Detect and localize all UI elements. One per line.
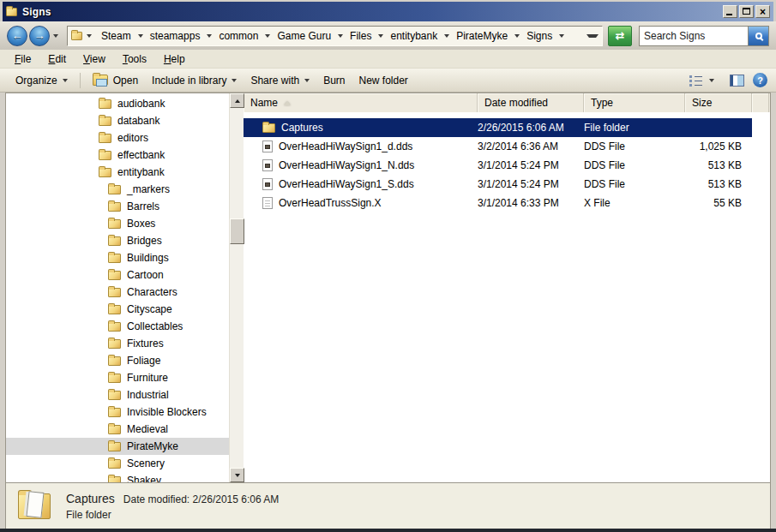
tree-scrollbar[interactable] [229, 93, 244, 482]
minimize-icon [726, 14, 732, 15]
tree-item-furniture[interactable]: Furniture [6, 369, 229, 386]
tree-item-label: Barrels [127, 200, 159, 212]
breadcrumb-item-signs[interactable]: Signs [521, 28, 566, 44]
tree-item-entitybank[interactable]: entitybank [6, 164, 229, 181]
close-button[interactable]: × [755, 5, 770, 18]
search-button[interactable] [748, 27, 768, 45]
scroll-down-button[interactable] [230, 468, 244, 482]
tree-item-audiobank[interactable]: audiobank [6, 95, 229, 112]
burn-button[interactable]: Burn [316, 72, 352, 89]
tree-item-scenery[interactable]: Scenery [6, 455, 229, 472]
tree-item-collectables[interactable]: Collectables [6, 318, 229, 335]
help-button[interactable]: ? [753, 73, 767, 87]
tree-item-bridges[interactable]: Bridges [6, 232, 229, 249]
column-header-blank[interactable] [752, 93, 769, 112]
tree-item-cityscape[interactable]: Cityscape [6, 301, 229, 318]
chevron-down-icon [709, 79, 714, 82]
menu-tools[interactable]: Tools [115, 51, 154, 67]
chevron-down-icon[interactable] [338, 34, 343, 38]
chevron-down-icon[interactable] [265, 34, 270, 38]
forward-button[interactable]: → [29, 26, 50, 46]
refresh-button[interactable]: ⇄ [608, 26, 632, 46]
folder-icon [99, 134, 111, 143]
breadcrumb-item-steam[interactable]: Steam [96, 28, 145, 44]
menu-view[interactable]: View [75, 51, 113, 67]
breadcrumb-item-common[interactable]: common [214, 28, 272, 44]
maximize-button[interactable] [739, 5, 754, 18]
tree-item-characters[interactable]: Characters [6, 284, 229, 301]
tree-item-piratemyke[interactable]: PirateMyke [6, 438, 229, 455]
tree-item-shakey[interactable]: Shakey [6, 472, 229, 482]
scrollbar-thumb[interactable] [230, 218, 244, 244]
menu-help[interactable]: Help [156, 51, 193, 67]
folder-icon [108, 459, 121, 469]
minimize-button[interactable] [723, 5, 737, 18]
folder-icon [99, 151, 111, 160]
table-row[interactable]: Captures2/26/2015 6:06 AMFile folder [244, 118, 752, 137]
tree-item-label: _markers [127, 183, 170, 195]
tree-item-label: Invisible Blockers [127, 406, 207, 418]
address-root-dropdown[interactable] [87, 34, 92, 38]
scroll-up-button[interactable] [230, 93, 244, 108]
chevron-down-icon[interactable] [559, 34, 564, 38]
column-headers: NameDate modifiedTypeSize [244, 93, 770, 112]
command-toolbar: Organize Open Include in library Share w… [0, 69, 776, 93]
chevron-down-icon[interactable] [138, 34, 143, 38]
organize-button[interactable]: Organize [9, 72, 75, 89]
tree-item-effectbank[interactable]: effectbank [6, 146, 229, 164]
tree-item-cartoon[interactable]: Cartoon [6, 266, 229, 284]
tree-item-label: Characters [127, 286, 177, 298]
toolbar-separator [80, 73, 81, 88]
table-row[interactable]: OverHeadHiWaySign1_d.dds3/2/2014 6:36 AM… [244, 137, 752, 156]
breadcrumb-item-game-guru[interactable]: Game Guru [272, 28, 345, 44]
include-in-library-button[interactable]: Include in library [145, 72, 244, 89]
chevron-down-icon[interactable] [207, 34, 212, 38]
tree-item-_markers[interactable]: _markers [6, 181, 229, 198]
folder-icon [108, 202, 121, 212]
menu-edit[interactable]: Edit [40, 51, 74, 67]
tree-item-boxes[interactable]: Boxes [6, 215, 229, 232]
share-with-button[interactable]: Share with [244, 72, 316, 89]
breadcrumb-item-steamapps[interactable]: steamapps [145, 28, 214, 44]
back-button[interactable]: ← [7, 26, 27, 46]
column-header-date-modified[interactable]: Date modified [478, 93, 584, 112]
tree-item-buildings[interactable]: Buildings [6, 249, 229, 266]
recent-pages-dropdown[interactable] [53, 34, 58, 38]
table-row[interactable]: OverHeadHiWaySign1_N.dds3/1/2014 5:24 PM… [244, 156, 752, 175]
tree-item-fixtures[interactable]: Fixtures [6, 335, 229, 352]
tree-item-barrels[interactable]: Barrels [6, 198, 229, 215]
folder-icon [108, 271, 121, 280]
column-header-size[interactable]: Size [685, 93, 752, 112]
breadcrumb-item-files[interactable]: Files [345, 28, 385, 44]
tree-item-foliage[interactable]: Foliage [6, 352, 229, 369]
tree-item-industrial[interactable]: Industrial [6, 386, 229, 403]
chevron-down-icon[interactable] [514, 34, 520, 38]
chevron-down-icon[interactable] [378, 34, 383, 38]
new-folder-button[interactable]: New folder [352, 72, 415, 89]
folder-icon [108, 288, 121, 297]
open-button[interactable]: Open [86, 72, 145, 89]
preview-pane-button[interactable] [730, 75, 744, 87]
address-history-dropdown[interactable] [587, 34, 599, 38]
file-date-cell: 2/26/2015 6:06 AM [478, 122, 584, 134]
chevron-down-icon[interactable] [444, 34, 449, 38]
title-bar: Signs × [3, 2, 773, 21]
table-row[interactable]: OverHeadTrussSign.X3/1/2014 6:33 PMX Fil… [244, 194, 752, 212]
breadcrumb-label: Signs [523, 28, 556, 44]
address-bar[interactable]: SteamsteamappscommonGame GuruFilesentity… [67, 26, 603, 46]
tree-item-medieval[interactable]: Medieval [6, 421, 229, 438]
breadcrumb-item-piratemyke[interactable]: PirateMyke [451, 28, 521, 44]
change-view-button[interactable] [683, 72, 721, 88]
tree-item-editors[interactable]: editors [6, 129, 229, 146]
menu-file[interactable]: File [7, 51, 39, 67]
breadcrumb-label: Files [346, 28, 375, 44]
tree-item-label: Buildings [127, 252, 169, 264]
folder-icon [108, 339, 121, 349]
search-input[interactable] [640, 27, 748, 45]
column-header-type[interactable]: Type [584, 93, 685, 112]
tree-item-invisible-blockers[interactable]: Invisible Blockers [6, 403, 229, 421]
column-header-name[interactable]: Name [244, 93, 478, 112]
table-row[interactable]: OverHeadHiWaySign1_S.dds3/1/2014 5:24 PM… [244, 175, 752, 194]
breadcrumb-item-entitybank[interactable]: entitybank [385, 28, 451, 44]
tree-item-databank[interactable]: databank [6, 112, 229, 129]
